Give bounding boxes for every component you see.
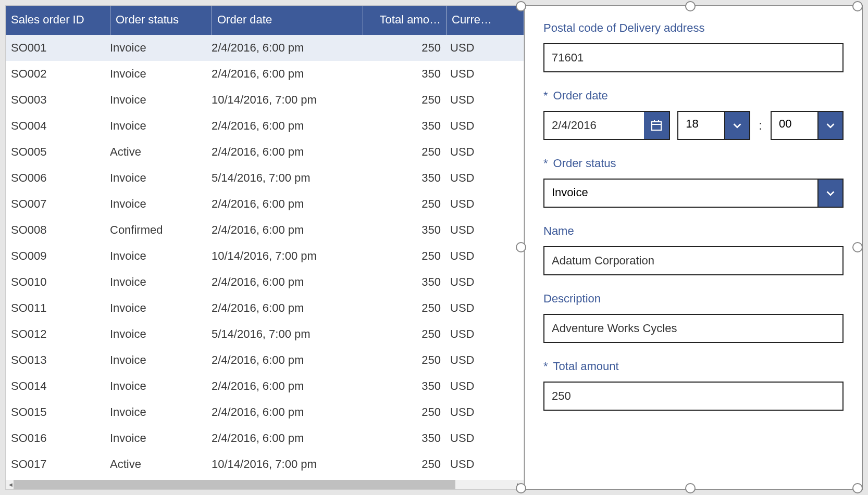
cell-date: 2/4/2016, 6:00 pm	[212, 41, 363, 55]
cell-date: 2/4/2016, 6:00 pm	[212, 379, 363, 393]
cell-date: 10/14/2016, 7:00 pm	[212, 249, 363, 263]
table-row[interactable]: SO008Confirmed2/4/2016, 6:00 pm350USD	[6, 217, 524, 243]
calendar-icon[interactable]	[644, 111, 670, 140]
table-row[interactable]: SO001Invoice2/4/2016, 6:00 pm250USD	[6, 35, 524, 61]
cell-amount: 250	[363, 458, 446, 471]
cell-id: SO011	[6, 301, 110, 315]
chevron-down-icon[interactable]	[817, 111, 844, 140]
cell-date: 2/4/2016, 6:00 pm	[212, 145, 363, 159]
description-input[interactable]	[543, 314, 844, 343]
cell-amount: 350	[363, 67, 446, 81]
table-row[interactable]: SO010Invoice2/4/2016, 6:00 pm350USD	[6, 269, 524, 295]
cell-currency: USD	[446, 431, 503, 445]
table-row[interactable]: SO006Invoice5/14/2016, 7:00 pm350USD	[6, 165, 524, 191]
cell-id: SO007	[6, 197, 110, 211]
cell-amount: 250	[363, 93, 446, 107]
table-row[interactable]: SO014Invoice2/4/2016, 6:00 pm350USD	[6, 373, 524, 399]
grid-body[interactable]: SO001Invoice2/4/2016, 6:00 pm250USDSO002…	[6, 35, 524, 480]
resize-handle[interactable]	[852, 483, 863, 493]
col-header-date[interactable]: Order date	[212, 6, 363, 35]
minute-dropdown-value[interactable]: 00	[771, 111, 817, 140]
table-row[interactable]: SO011Invoice2/4/2016, 6:00 pm250USD	[6, 295, 524, 321]
resize-handle[interactable]	[685, 1, 696, 11]
cell-id: SO001	[6, 41, 110, 55]
cell-amount: 250	[363, 197, 446, 211]
cell-currency: USD	[446, 353, 503, 367]
cell-status: Invoice	[110, 431, 212, 445]
cell-status: Invoice	[110, 93, 212, 107]
table-row[interactable]: SO002Invoice2/4/2016, 6:00 pm350USD	[6, 61, 524, 87]
cell-currency: USD	[446, 93, 503, 107]
cell-amount: 250	[363, 405, 446, 419]
cell-status: Invoice	[110, 119, 212, 133]
total-amount-input[interactable]	[543, 382, 844, 411]
cell-date: 2/4/2016, 6:00 pm	[212, 353, 363, 367]
table-row[interactable]: SO012Invoice5/14/2016, 7:00 pm250USD	[6, 321, 524, 347]
cell-status: Invoice	[110, 301, 212, 315]
cell-date: 2/4/2016, 6:00 pm	[212, 119, 363, 133]
grid-horizontal-scrollbar[interactable]: ◄ ►	[6, 480, 524, 489]
table-row[interactable]: SO009Invoice10/14/2016, 7:00 pm250USD	[6, 243, 524, 269]
cell-date: 2/4/2016, 6:00 pm	[212, 67, 363, 81]
cell-currency: USD	[446, 41, 503, 55]
order-date-input[interactable]	[543, 111, 644, 140]
cell-currency: USD	[446, 171, 503, 185]
order-status-dropdown[interactable]: Invoice	[543, 179, 817, 208]
cell-currency: USD	[446, 249, 503, 263]
col-header-status[interactable]: Order status	[110, 6, 212, 35]
postal-code-label: Postal code of Delivery address	[543, 21, 844, 35]
cell-currency: USD	[446, 145, 503, 159]
table-row[interactable]: SO005Active2/4/2016, 6:00 pm250USD	[6, 139, 524, 165]
table-row[interactable]: SO003Invoice10/14/2016, 7:00 pm250USD	[6, 87, 524, 113]
cell-currency: USD	[446, 458, 503, 471]
table-row[interactable]: SO015Invoice2/4/2016, 6:00 pm250USD	[6, 399, 524, 425]
col-header-currency[interactable]: Currency of T	[446, 6, 503, 35]
order-status-label: Order status	[543, 157, 844, 170]
cell-id: SO002	[6, 67, 110, 81]
cell-status: Invoice	[110, 275, 212, 289]
cell-amount: 350	[363, 223, 446, 237]
cell-id: SO004	[6, 119, 110, 133]
resize-handle[interactable]	[516, 1, 526, 11]
cell-id: SO009	[6, 249, 110, 263]
cell-id: SO017	[6, 458, 110, 471]
cell-status: Invoice	[110, 379, 212, 393]
cell-status: Invoice	[110, 67, 212, 81]
cell-currency: USD	[446, 197, 503, 211]
resize-handle[interactable]	[516, 483, 526, 493]
cell-id: SO012	[6, 327, 110, 341]
order-date-label: Order date	[543, 89, 844, 103]
svg-rect-0	[652, 122, 661, 130]
cell-currency: USD	[446, 379, 503, 393]
cell-id: SO014	[6, 379, 110, 393]
resize-handle[interactable]	[516, 242, 526, 252]
table-row[interactable]: SO007Invoice2/4/2016, 6:00 pm250USD	[6, 191, 524, 217]
table-row[interactable]: SO017Active10/14/2016, 7:00 pm250USD	[6, 451, 524, 477]
hour-dropdown-value[interactable]: 18	[677, 111, 724, 140]
table-row[interactable]: SO016Invoice2/4/2016, 6:00 pm350USD	[6, 425, 524, 451]
cell-date: 2/4/2016, 6:00 pm	[212, 275, 363, 289]
cell-currency: USD	[446, 275, 503, 289]
chevron-down-icon[interactable]	[817, 179, 844, 208]
cell-currency: USD	[446, 119, 503, 133]
cell-id: SO013	[6, 353, 110, 367]
cell-amount: 250	[363, 301, 446, 315]
cell-id: SO005	[6, 145, 110, 159]
cell-id: SO008	[6, 223, 110, 237]
resize-handle[interactable]	[852, 1, 863, 11]
name-input[interactable]	[543, 246, 844, 275]
cell-status: Active	[110, 458, 212, 471]
resize-handle[interactable]	[852, 242, 863, 252]
resize-handle[interactable]	[685, 483, 696, 493]
col-header-id[interactable]: Sales order ID	[6, 6, 110, 35]
chevron-down-icon[interactable]	[724, 111, 750, 140]
postal-code-input[interactable]	[543, 43, 844, 72]
cell-amount: 350	[363, 431, 446, 445]
col-header-amount[interactable]: Total amo…	[363, 6, 446, 35]
table-row[interactable]: SO013Invoice2/4/2016, 6:00 pm250USD	[6, 347, 524, 373]
cell-id: SO003	[6, 93, 110, 107]
cell-status: Invoice	[110, 405, 212, 419]
table-row[interactable]: SO004Invoice2/4/2016, 6:00 pm350USD	[6, 113, 524, 139]
cell-amount: 250	[363, 249, 446, 263]
cell-status: Active	[110, 145, 212, 159]
